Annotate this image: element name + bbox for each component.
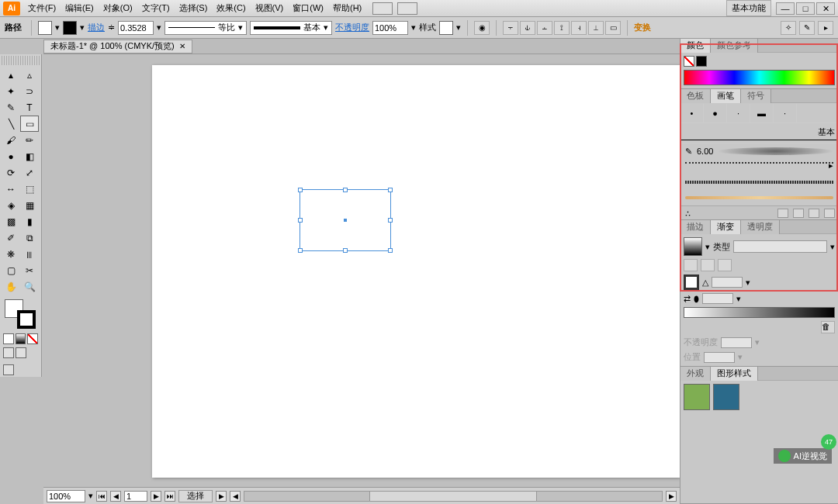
edit-icon[interactable]: ✎ xyxy=(799,21,815,35)
opacity-input[interactable] xyxy=(372,21,408,35)
stroke-type-3[interactable] xyxy=(718,259,732,271)
horizontal-scrollbar[interactable] xyxy=(244,491,663,502)
align-vcenter-icon[interactable]: ⫞ xyxy=(571,21,587,35)
brush-calligraphic[interactable]: ✎6.00 xyxy=(680,143,838,159)
aspect-input[interactable] xyxy=(702,293,733,304)
delete-stop-icon[interactable]: 🗑 xyxy=(821,321,835,333)
gradient-tool[interactable]: ▮ xyxy=(20,213,39,230)
canvas-area[interactable] xyxy=(43,54,680,487)
isolate-icon[interactable]: ✧ xyxy=(781,21,796,35)
color-mode-none[interactable] xyxy=(27,333,38,344)
graph-tool[interactable]: ⫼ xyxy=(20,246,39,262)
color-mode-solid[interactable] xyxy=(3,333,14,344)
mesh-tool[interactable]: ▩ xyxy=(2,213,20,230)
status-menu-btn[interactable]: ▶ xyxy=(216,491,227,502)
scroll-right-btn[interactable]: ▶ xyxy=(666,491,677,502)
toolbox-grip[interactable] xyxy=(2,56,40,65)
artboard-tool[interactable]: ▢ xyxy=(2,262,20,278)
stroke-weight-input[interactable] xyxy=(118,21,154,35)
last-page-btn[interactable]: ⏭ xyxy=(164,491,175,502)
stop-location-input[interactable] xyxy=(704,352,735,363)
rotate-tool[interactable]: ⟳ xyxy=(2,164,20,181)
menu-window[interactable]: 窗口(W) xyxy=(288,1,328,16)
brush-tip[interactable]: · xyxy=(774,104,797,123)
transform-link[interactable]: 变换 xyxy=(634,22,651,33)
tab-color-guide[interactable]: 颜色参考 xyxy=(711,39,758,53)
remove-brush-icon[interactable] xyxy=(777,209,788,218)
symbol-sprayer-tool[interactable]: ❋ xyxy=(2,246,20,262)
align-artboard-icon[interactable]: ▭ xyxy=(605,21,621,35)
document-tab[interactable]: 未标题-1* @ 100% (CMYK/预览) ✕ xyxy=(43,40,192,54)
zoom-tool[interactable]: 🔍 xyxy=(20,278,39,295)
status-tool-label[interactable]: 选择 xyxy=(178,490,213,502)
stroke-swatch[interactable] xyxy=(63,21,77,35)
line-tool[interactable]: ╲ xyxy=(2,116,20,132)
scale-tool[interactable]: ⤢ xyxy=(20,164,39,181)
fill-stroke-indicator[interactable] xyxy=(2,299,40,330)
fill-swatch[interactable] xyxy=(38,21,52,35)
brush-tip[interactable]: ● xyxy=(704,104,727,123)
gradient-stroke-swatch[interactable] xyxy=(684,274,699,290)
brush-art-flat[interactable] xyxy=(680,190,838,205)
window-maximize[interactable]: □ xyxy=(796,2,815,15)
brush-def-dropdown[interactable]: 基本▾ xyxy=(250,21,332,35)
close-tab-icon[interactable]: ✕ xyxy=(179,42,185,50)
paintbrush-tool[interactable]: 🖌 xyxy=(2,132,20,148)
type-tool[interactable]: T xyxy=(20,99,39,116)
shape-builder-tool[interactable]: ◈ xyxy=(2,197,20,213)
first-page-btn[interactable]: ⏮ xyxy=(96,491,107,502)
color-spectrum[interactable] xyxy=(684,70,835,85)
width-tool[interactable]: ↔ xyxy=(2,181,20,197)
direct-select-tool[interactable]: ▵ xyxy=(20,67,39,83)
stroke-profile-dropdown[interactable]: 等比▾ xyxy=(164,21,247,35)
pen-tool[interactable]: ✎ xyxy=(2,99,20,116)
blend-tool[interactable]: ⧉ xyxy=(20,230,39,246)
brush-art-rough[interactable] xyxy=(680,174,838,190)
menu-help[interactable]: 帮助(H) xyxy=(328,1,366,16)
perspective-tool[interactable]: ▦ xyxy=(20,197,39,213)
black-swatch[interactable] xyxy=(696,56,707,67)
angle-input[interactable] xyxy=(712,277,743,288)
lasso-tool[interactable]: ⊃ xyxy=(20,83,39,99)
workspace-switcher[interactable]: 基本功能 xyxy=(726,0,771,16)
pencil-tool[interactable]: ✏ xyxy=(20,132,39,148)
recolor-icon[interactable]: ◉ xyxy=(474,21,490,35)
tab-gradient[interactable]: 渐变 xyxy=(711,220,741,234)
none-swatch[interactable] xyxy=(684,56,694,67)
tab-appearance[interactable]: 外观 xyxy=(680,367,711,381)
blob-brush-tool[interactable]: ● xyxy=(2,148,20,164)
stroke-indicator[interactable] xyxy=(17,310,36,329)
menu-effect[interactable]: 效果(C) xyxy=(212,1,250,16)
new-brush-icon[interactable] xyxy=(809,209,819,218)
rectangle-tool[interactable]: ▭ xyxy=(20,116,39,132)
bridge-icon[interactable] xyxy=(372,2,393,15)
align-hcenter-icon[interactable]: ⫝ xyxy=(520,21,535,35)
menu-object[interactable]: 对象(O) xyxy=(99,1,137,16)
gradient-type-dropdown[interactable] xyxy=(733,240,827,253)
brush-tip[interactable]: ▬ xyxy=(750,104,774,123)
scroll-left-btn[interactable]: ◀ xyxy=(230,491,241,502)
tab-transparency[interactable]: 透明度 xyxy=(741,220,780,234)
scroll-thumb[interactable] xyxy=(369,492,536,501)
color-mode-gradient[interactable] xyxy=(16,333,26,344)
hand-tool[interactable]: ✋ xyxy=(2,278,20,295)
resize-handle[interactable] xyxy=(388,218,393,223)
tab-swatches[interactable]: 色板 xyxy=(680,89,711,103)
tab-graphic-styles[interactable]: 图形样式 xyxy=(711,367,758,381)
next-page-btn[interactable]: ▶ xyxy=(151,491,161,502)
menu-view[interactable]: 视图(V) xyxy=(251,1,289,16)
eraser-tool[interactable]: ◧ xyxy=(20,148,39,164)
window-close[interactable]: ✕ xyxy=(816,2,835,15)
resize-handle[interactable] xyxy=(388,248,393,253)
brush-tip[interactable]: • xyxy=(680,104,704,123)
page-input[interactable] xyxy=(124,491,147,502)
brush-tip[interactable]: · xyxy=(727,104,750,123)
menu-select[interactable]: 选择(S) xyxy=(175,1,213,16)
prev-page-btn[interactable]: ◀ xyxy=(110,491,121,502)
menu-edit[interactable]: 编辑(E) xyxy=(61,1,99,16)
tab-brushes[interactable]: 画笔 xyxy=(711,89,741,103)
arrange-icon[interactable] xyxy=(397,2,417,15)
stroke-link[interactable]: 描边 xyxy=(88,22,105,33)
free-transform-tool[interactable]: ⬚ xyxy=(20,181,39,197)
resize-handle[interactable] xyxy=(298,218,303,223)
